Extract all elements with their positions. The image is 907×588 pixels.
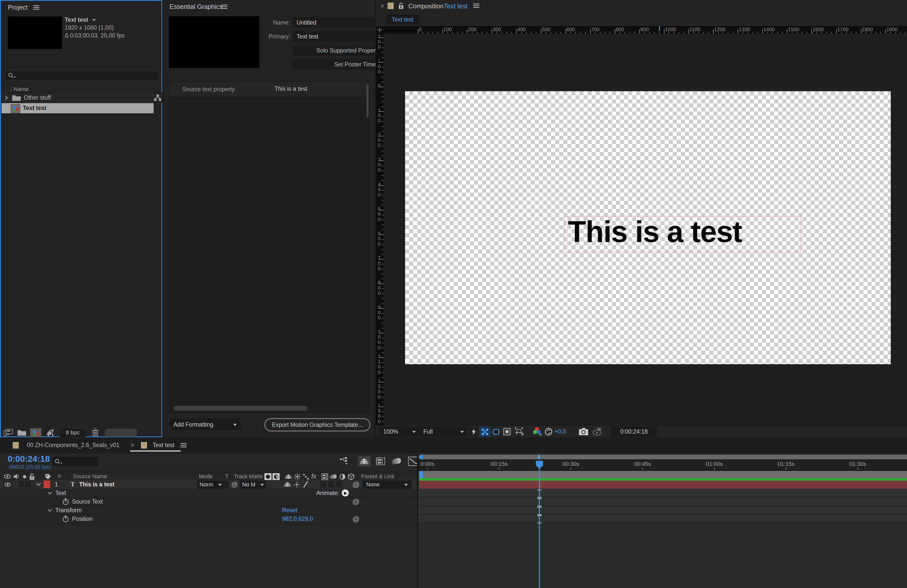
timeline-ruler[interactable]: 0:00s00:15s00:30s00:45s01:00s01:15s01:30… <box>418 460 907 471</box>
property-pickwhip-icon[interactable]: @ <box>353 498 359 506</box>
collapse-transformations-icon[interactable] <box>293 473 301 480</box>
stopwatch-icon[interactable] <box>62 498 69 505</box>
matte-luma-icon[interactable] <box>272 473 280 480</box>
property-row[interactable]: Source Text @ <box>0 497 417 506</box>
chevron-down-icon[interactable] <box>35 482 42 487</box>
navigator-handle[interactable] <box>419 455 423 459</box>
motion-blur-icon[interactable] <box>391 456 403 466</box>
shy-icon[interactable] <box>358 456 370 466</box>
project-item-label[interactable]: Other stuff <box>24 94 51 101</box>
collapse-switch-icon[interactable] <box>293 481 301 488</box>
exposure-value[interactable]: +0,0 <box>554 428 566 435</box>
choose-grid-guides-icon[interactable] <box>502 427 512 436</box>
panel-menu-icon[interactable] <box>473 3 479 8</box>
property-row[interactable]: Position 982,0,629,0 @ <box>0 514 417 524</box>
comp-vruler[interactable]: 2001000100200300400500600700800900100011… <box>376 34 383 425</box>
set-poster-time-button[interactable]: Set Poster Time <box>293 59 380 70</box>
rasterize-switch-icon[interactable] <box>302 481 309 488</box>
ruler-corner-box[interactable] <box>376 26 384 34</box>
group-label[interactable]: Transform <box>55 507 82 514</box>
project-item-label[interactable]: Text test <box>23 105 46 112</box>
frame-blend-column-icon[interactable] <box>321 473 329 480</box>
position-value[interactable]: 982,0,629,0 <box>282 516 313 522</box>
eg-primary-input[interactable]: Text test <box>293 31 380 42</box>
switch-cell[interactable] <box>320 481 326 488</box>
switch-cell[interactable] <box>223 481 229 488</box>
effects-column-icon[interactable]: fx <box>311 473 316 480</box>
chevron-down-icon[interactable] <box>47 508 53 512</box>
work-area-left-handle[interactable] <box>419 471 423 479</box>
animate-menu-icon[interactable]: ▶ <box>342 489 349 497</box>
column-number[interactable]: # <box>58 473 61 479</box>
column-source-name[interactable]: Source Name <box>73 473 107 480</box>
solo-supported-properties-button[interactable]: Solo Supported Proper <box>293 45 380 56</box>
column-parent-link[interactable]: Parent & Link <box>361 473 394 480</box>
composition-tab[interactable]: Text test <box>386 15 419 24</box>
comp-pasteboard[interactable]: This is a test <box>383 34 907 425</box>
chevron-down-icon[interactable] <box>47 491 53 495</box>
parent-pickwhip-icon[interactable]: @ <box>353 481 359 489</box>
composition-name-link[interactable]: Text test <box>444 3 468 10</box>
layer-label-color[interactable] <box>43 481 50 488</box>
eg-horizontal-scrollbar[interactable] <box>174 406 308 411</box>
flowchart-column-icon[interactable] <box>154 94 162 102</box>
project-search-input[interactable] <box>5 71 159 80</box>
close-icon[interactable]: × <box>131 441 135 449</box>
stopwatch-icon[interactable] <box>62 515 69 522</box>
parent-dropdown[interactable]: None <box>362 481 412 489</box>
track-matte-dropdown[interactable]: No M <box>240 481 266 489</box>
search-icon[interactable] <box>8 72 16 79</box>
timeline-search-input[interactable] <box>52 456 99 467</box>
layer-row[interactable]: 1 T This is a test Norm @ No M @ <box>0 480 417 489</box>
motion-blur-column-icon[interactable] <box>330 473 338 480</box>
comp-flowchart-icon[interactable] <box>339 457 351 466</box>
interpret-footage-icon[interactable] <box>3 429 14 436</box>
column-track-matte[interactable]: Track Matte <box>234 473 263 480</box>
zoom-dropdown[interactable]: 100% <box>380 427 420 436</box>
switch-cell[interactable] <box>18 481 24 487</box>
adjustment-layer-column-icon[interactable] <box>339 473 346 480</box>
show-snapshot-icon[interactable] <box>592 427 603 436</box>
eye-icon[interactable] <box>3 482 12 487</box>
project-panel-title[interactable]: Project <box>8 4 28 11</box>
fast-previews-icon[interactable] <box>469 427 479 437</box>
matte-alpha-icon[interactable] <box>264 473 271 480</box>
lock-icon[interactable] <box>398 2 404 10</box>
preserve-transparency-icon[interactable]: @ <box>231 481 238 489</box>
panel-menu-icon[interactable] <box>33 5 39 10</box>
audio-icon[interactable] <box>13 473 20 479</box>
eg-property-row[interactable]: Source text property This is a test <box>169 82 369 98</box>
frame-blend-icon[interactable] <box>375 456 387 466</box>
render-settings-icon[interactable] <box>45 428 56 437</box>
work-area-bar[interactable] <box>419 471 907 479</box>
switch-cell[interactable] <box>328 481 334 488</box>
property-label[interactable]: Source Text <box>72 498 103 505</box>
comp-timecode-field[interactable]: 0:00:24:18 <box>611 426 657 437</box>
region-of-interest-icon[interactable] <box>491 427 501 437</box>
project-row-composition[interactable]: Text test <box>2 103 154 113</box>
tab-label[interactable]: Text test <box>152 442 175 449</box>
group-label[interactable]: Text <box>55 490 66 497</box>
channel-icon[interactable] <box>531 426 543 437</box>
eg-vertical-scrollbar[interactable] <box>367 84 369 117</box>
panel-menu-icon[interactable] <box>181 443 187 447</box>
delete-icon[interactable] <box>91 428 100 437</box>
layer-name[interactable]: This is a test <box>79 481 114 488</box>
composition-panel-label[interactable]: Composition <box>409 3 444 10</box>
search-icon[interactable] <box>54 458 63 465</box>
close-icon[interactable]: × <box>380 2 384 10</box>
property-pickwhip-icon[interactable]: @ <box>353 515 359 523</box>
resolution-dropdown[interactable]: Full <box>420 427 468 436</box>
new-folder-icon[interactable] <box>17 429 27 436</box>
timeline-navigator-bar[interactable] <box>419 455 907 459</box>
preview-caret-icon[interactable] <box>92 19 96 23</box>
canvas-text[interactable]: This is a test <box>568 215 742 249</box>
switch-cell[interactable] <box>336 481 342 488</box>
column-t[interactable]: T <box>225 473 228 480</box>
shy-column-icon[interactable] <box>284 473 293 480</box>
eg-name-input[interactable]: Untitled <box>293 17 380 28</box>
new-composition-icon[interactable] <box>30 428 42 438</box>
add-formatting-dropdown[interactable]: Add Formatting <box>170 419 240 430</box>
panel-menu-icon[interactable] <box>221 5 228 9</box>
lock-icon[interactable] <box>29 473 35 480</box>
